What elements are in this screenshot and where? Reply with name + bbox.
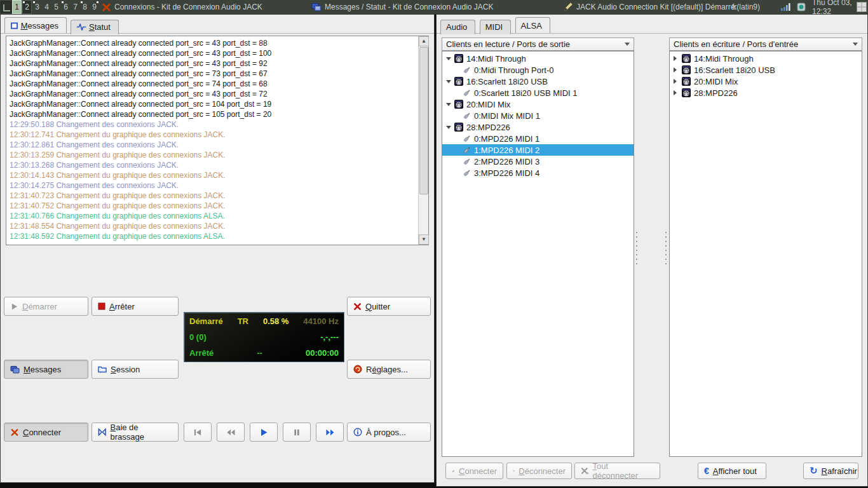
session-button[interactable]: Session <box>92 360 179 379</box>
tab-alsa[interactable]: ALSA <box>515 17 550 33</box>
lcd-xruns: 0 (0) <box>189 332 207 342</box>
play-button[interactable] <box>250 423 278 442</box>
scroll-up-icon[interactable]: ▲ <box>419 36 429 46</box>
tab-messages[interactable]: Messages <box>4 17 67 33</box>
reglages-button[interactable]: Réglages... <box>347 360 431 379</box>
client-row[interactable]: 14:Midi Through <box>442 53 634 64</box>
log-line: JackGraphManager::Connect already connec… <box>10 48 417 58</box>
client-row[interactable]: 20:MIDI Mix <box>670 76 862 87</box>
window-dot <box>62 1 64 3</box>
log-scrollbar[interactable]: ▲ ▼ <box>418 36 428 245</box>
rewind-to-start-button[interactable] <box>184 423 212 442</box>
fast-forward-icon <box>325 428 335 437</box>
port-row[interactable]: 0:Midi Through Port-0 <box>442 64 634 76</box>
scroll-down-icon[interactable]: ▼ <box>419 234 429 245</box>
collapse-icon[interactable] <box>446 126 454 129</box>
disconnect-icon <box>513 467 515 475</box>
pause-button[interactable] <box>283 423 311 442</box>
applet-icon[interactable] <box>797 0 806 14</box>
a-propos-button[interactable]: À propos... <box>347 423 431 442</box>
expand-icon[interactable] <box>674 90 682 95</box>
port-row[interactable]: 0:MPD226 MIDI 1 <box>442 133 634 144</box>
input-tree[interactable]: 14:Midi Through16:Scarlett 18i20 USB20:M… <box>669 51 862 457</box>
window-dot <box>81 1 83 3</box>
window-dot <box>33 1 35 3</box>
chevron-down-icon <box>625 43 630 46</box>
forward-button[interactable] <box>316 423 344 442</box>
task-title: Connexions - Kit de Connexion Audio JACK <box>114 3 262 11</box>
tab-midi[interactable]: MIDI <box>480 20 511 34</box>
port-row[interactable]: 2:MPD226 MIDI 3 <box>442 156 634 167</box>
collapse-icon[interactable] <box>446 57 454 60</box>
keyboard-layout-indicator[interactable]: fr(latin9) <box>732 0 760 14</box>
port-row[interactable]: 0:MIDI Mix MIDI 1 <box>442 110 634 121</box>
midi-port-icon <box>463 89 471 97</box>
tab-audio[interactable]: Audio <box>440 20 475 34</box>
tab-statut[interactable]: Statut <box>71 20 119 34</box>
client-row[interactable]: 16:Scarlett 18i20 USB <box>442 76 634 87</box>
task-connexions[interactable]: Connexions - Kit de Connexion Audio JACK <box>102 0 262 14</box>
client-row[interactable]: 28:MPD226 <box>442 121 634 133</box>
pager-icon[interactable] <box>857 0 867 14</box>
port-row[interactable]: 3:MPD226 MIDI 4 <box>442 167 634 179</box>
collapse-icon[interactable] <box>446 103 454 106</box>
midi-port-icon <box>463 169 471 177</box>
log-line: 12:29:50.188 Changement des connexions J… <box>10 119 417 130</box>
arreter-button[interactable]: Arrêter <box>92 297 179 316</box>
port-label: 1:MPD226 MIDI 2 <box>474 146 539 155</box>
scrollbar-thumb[interactable] <box>419 47 428 194</box>
messages-tab-icon <box>10 22 18 29</box>
midi-port-icon <box>463 112 471 120</box>
disconnect-all-button[interactable]: Tout déconnecter <box>574 463 660 479</box>
midi-client-icon <box>682 77 691 86</box>
client-label: 20:MIDI Mix <box>466 100 510 109</box>
output-clients-dropdown[interactable]: Clients en lecture / Ports de sortie <box>442 37 634 51</box>
signal-bars-icon <box>780 0 790 14</box>
jack-connections-icon <box>102 3 111 12</box>
messages-tabbar: Messages Statut <box>4 17 120 33</box>
client-row[interactable]: 14:Midi Through <box>670 53 862 64</box>
client-row[interactable]: 28:MPD226 <box>670 87 862 98</box>
status-display: Démarré TR 0.58 % 44100 Hz 0 (0) -,-,---… <box>184 312 344 362</box>
expand-all-button[interactable]: € Afficher tout <box>698 463 766 479</box>
log-line: JackGraphManager::Connect already connec… <box>10 58 417 69</box>
log-line: JackGraphManager::Connect already connec… <box>10 109 417 119</box>
messages-button[interactable]: Messages <box>4 360 88 379</box>
collapse-icon[interactable] <box>446 80 454 83</box>
taskbar: 1 2 3 4 5 6 7 8 9 Connexions - Kit de Co… <box>0 0 868 14</box>
splitter-handle[interactable] <box>665 232 667 268</box>
rewind-button[interactable] <box>217 423 245 442</box>
port-row[interactable]: 0:Scarlett 18i20 USB MIDI 1 <box>442 87 634 98</box>
expand-icon[interactable] <box>674 56 682 61</box>
jack-messages-icon <box>311 3 322 11</box>
log-frame: JackGraphManager::Connect already connec… <box>6 36 429 245</box>
port-row[interactable]: 1:MPD226 MIDI 2 <box>442 144 634 156</box>
baie-de-brassage-button[interactable]: Baie de brassage <box>92 423 179 442</box>
input-clients-dropdown[interactable]: Clients en écriture / Ports d'entrée <box>669 37 862 51</box>
client-row[interactable]: 16:Scarlett 18i20 USB <box>670 64 862 76</box>
workspace-1[interactable]: 1 <box>12 0 22 14</box>
refresh-button[interactable]: ↻ Rafraîchir <box>803 463 858 479</box>
task-jack-main[interactable]: JACK Audio Connection Kit [(default)] Dé… <box>563 0 737 14</box>
expand-icon[interactable] <box>674 79 682 84</box>
workspace-5[interactable]: 5 <box>51 0 61 14</box>
log-view[interactable]: JackGraphManager::Connect already connec… <box>10 38 417 243</box>
play-icon <box>10 302 18 311</box>
splitter-handle[interactable] <box>635 232 638 268</box>
log-line: 12:30:14.143 Changement du graphique des… <box>10 170 417 180</box>
workspace-7[interactable]: 7 <box>71 0 80 14</box>
task-title: Messages / Statut - Kit de Connexion Aud… <box>325 3 493 11</box>
launcher-icon[interactable] <box>1 1 11 13</box>
quitter-button[interactable]: Quitter <box>347 297 431 316</box>
disconnect-button[interactable]: Déconnecter <box>506 463 572 479</box>
workspace-4[interactable]: 4 <box>42 0 51 14</box>
connecter-button[interactable]: Connecter <box>4 423 88 442</box>
midi-client-icon <box>682 88 691 97</box>
output-tree[interactable]: 14:Midi Through0:Midi Through Port-016:S… <box>442 51 634 457</box>
client-row[interactable]: 20:MIDI Mix <box>442 98 634 110</box>
expand-icon[interactable] <box>674 67 682 72</box>
connect-button[interactable]: Connecter <box>445 463 503 479</box>
task-messages[interactable]: Messages / Statut - Kit de Connexion Aud… <box>311 0 493 14</box>
demarrer-button[interactable]: Démarrer <box>4 297 88 316</box>
midi-port-icon <box>463 158 471 166</box>
